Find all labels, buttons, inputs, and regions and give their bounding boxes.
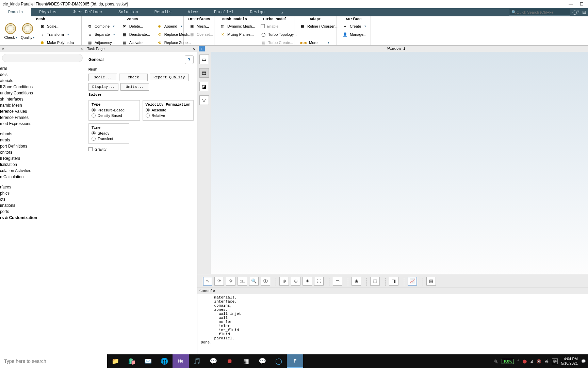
- tree-item[interactable]: ference Values: [0, 108, 85, 114]
- app-ne-icon[interactable]: Ne: [173, 354, 189, 368]
- task-collapse-icon[interactable]: <: [193, 47, 195, 51]
- tree-item[interactable]: namic Mesh: [0, 102, 85, 108]
- make-polyhedra-button[interactable]: ⬢Make Polyhedra: [37, 39, 76, 46]
- combine-button[interactable]: ⧉Combine▾: [85, 22, 117, 30]
- tray-security-icon[interactable]: ⬤: [523, 359, 527, 364]
- power-icon[interactable]: 🔌: [493, 359, 498, 364]
- ime-mode-icon[interactable]: 拼: [552, 358, 558, 364]
- graphics-window-tab[interactable]: F: [199, 46, 205, 51]
- tree-item[interactable]: n Calculation: [0, 174, 85, 180]
- maximize-button[interactable]: ☐: [579, 2, 584, 6]
- report-tool[interactable]: ▤: [426, 277, 436, 286]
- task-help-button[interactable]: ?: [185, 55, 194, 64]
- turbo-create-button[interactable]: ▦Turbo Create...: [259, 39, 299, 46]
- file-explorer-icon[interactable]: 📁: [107, 354, 124, 368]
- fluent-app-icon[interactable]: F: [287, 354, 303, 368]
- tree-item[interactable]: phics: [0, 190, 85, 196]
- tree-item[interactable]: dels: [0, 72, 85, 78]
- separate-button[interactable]: ⧈Separate▾: [85, 31, 117, 38]
- zoom-out-tool[interactable]: ⊖: [291, 277, 300, 286]
- steady-radio[interactable]: Steady: [92, 131, 126, 135]
- graphics-viewport[interactable]: [211, 52, 588, 274]
- light-tool[interactable]: ◉: [352, 277, 361, 286]
- tree-item[interactable]: imations: [0, 202, 85, 209]
- tab-domain[interactable]: Domain: [0, 8, 31, 16]
- ime-lang-icon[interactable]: 英: [545, 359, 549, 364]
- tab-results[interactable]: Results: [146, 8, 180, 16]
- mail-icon[interactable]: ✉️: [140, 354, 156, 368]
- tree-item[interactable]: eral: [0, 65, 85, 72]
- taskbar-clock[interactable]: 4:04 PM 5/16/2021: [561, 357, 578, 366]
- gravity-checkbox[interactable]: Gravity: [88, 147, 194, 151]
- tab-parallel[interactable]: Parallel: [206, 8, 242, 16]
- outline-tree[interactable]: eraldelsaterialsll Zone Conditionsundary…: [0, 64, 85, 222]
- zoom-in-tool[interactable]: ⊕: [279, 277, 289, 286]
- mesh-display-button[interactable]: Display...: [88, 83, 118, 91]
- tree-item[interactable]: ntrols: [0, 137, 85, 143]
- app-circle-icon[interactable]: ◯: [271, 354, 287, 368]
- tree-item[interactable]: ports: [0, 209, 85, 215]
- tab-arrow[interactable]: ▴: [273, 8, 292, 16]
- tab-design[interactable]: Design: [242, 8, 273, 16]
- app-window-icon[interactable]: ▦: [238, 354, 254, 368]
- taskbar-search[interactable]: [0, 354, 107, 368]
- tree-collapse-icon[interactable]: <: [81, 47, 83, 51]
- density-based-radio[interactable]: Density-Based: [92, 113, 137, 118]
- mixing-planes-button[interactable]: ✕Mixing Planes...: [218, 31, 257, 38]
- transient-radio[interactable]: Transient: [92, 137, 126, 141]
- store-icon[interactable]: 🛍️: [124, 354, 140, 368]
- check-button[interactable]: Check: [2, 22, 19, 40]
- tab-solution[interactable]: Solution: [110, 8, 146, 16]
- quick-search-input[interactable]: [517, 10, 568, 14]
- tree-item[interactable]: ethods: [0, 131, 85, 137]
- tree-item[interactable]: tialization: [0, 162, 85, 168]
- console-output[interactable]: materials, interface, domains, zones, wa…: [197, 294, 588, 354]
- dynamic-mesh-button[interactable]: ◫Dynamic Mesh...: [218, 22, 257, 30]
- mesh-check-button[interactable]: Check: [119, 74, 148, 81]
- tree-item[interactable]: ots: [0, 196, 85, 202]
- tree-item[interactable]: aterials: [0, 78, 85, 84]
- record-icon[interactable]: ⏺: [222, 354, 238, 368]
- app-music-icon[interactable]: 🎵: [189, 354, 205, 368]
- ruler-tool[interactable]: ▭: [333, 277, 342, 286]
- tree-item[interactable]: onitors: [0, 149, 85, 155]
- mesh-scale-button[interactable]: Scale...: [88, 74, 117, 81]
- tree-item[interactable]: undary Conditions: [0, 90, 85, 96]
- activate-button[interactable]: ▦Activate...: [120, 39, 152, 46]
- turbo-topology-button[interactable]: ◯Turbo Topology...: [259, 31, 299, 38]
- tree-item[interactable]: culation Activities: [0, 168, 85, 174]
- side-tool-2[interactable]: ▤: [199, 68, 209, 78]
- pointer-tool[interactable]: ↖: [203, 277, 212, 286]
- tab-view[interactable]: View: [180, 8, 206, 16]
- deactivate-button[interactable]: ▦Deactivate...: [120, 31, 152, 38]
- tree-item[interactable]: sh Interfaces: [0, 96, 85, 102]
- quick-search[interactable]: 🔍: [509, 9, 570, 16]
- report-quality-button[interactable]: Report Quality: [150, 74, 189, 81]
- tree-item[interactable]: ll Zone Conditions: [0, 84, 85, 90]
- cube-tool[interactable]: ⬚: [370, 277, 380, 286]
- tab-physics[interactable]: Physics: [31, 8, 64, 16]
- relative-radio[interactable]: Relative: [146, 113, 191, 118]
- refine-coarsen-button[interactable]: ▦Refine / Coarsen...: [298, 22, 341, 30]
- units-button[interactable]: Units...: [120, 83, 149, 91]
- tree-item[interactable]: port Definitions: [0, 143, 85, 149]
- scale-button[interactable]: ⊞Scale...: [37, 22, 76, 30]
- volume-icon[interactable]: 🔇: [537, 359, 541, 364]
- zoom-box-tool[interactable]: ⌕□: [238, 277, 247, 286]
- zoom-tool[interactable]: 🔍: [249, 277, 259, 286]
- delete-button[interactable]: ✖Delete...: [120, 22, 152, 30]
- side-tool-3[interactable]: ◪: [199, 82, 209, 91]
- pressure-based-radio[interactable]: Pressure-Based: [92, 108, 137, 112]
- wifi-icon[interactable]: ⊿: [530, 359, 533, 364]
- minimize-button[interactable]: —: [568, 2, 573, 6]
- overset-button[interactable]: ▦Overset...: [187, 31, 215, 38]
- tree-item[interactable]: med Expressions: [0, 121, 85, 127]
- transform-button[interactable]: ↕Transform▾: [37, 31, 76, 38]
- taskbar-search-input[interactable]: [4, 358, 103, 364]
- tree-item[interactable]: ference Frames: [0, 114, 85, 121]
- battery-indicator[interactable]: 100%: [502, 359, 514, 364]
- side-tool-1[interactable]: ▭: [199, 55, 209, 64]
- chart-tool[interactable]: 📈: [408, 277, 417, 286]
- panel-toggle-icon[interactable]: ▤: [580, 8, 588, 16]
- app-chat-icon[interactable]: 💬: [205, 354, 222, 368]
